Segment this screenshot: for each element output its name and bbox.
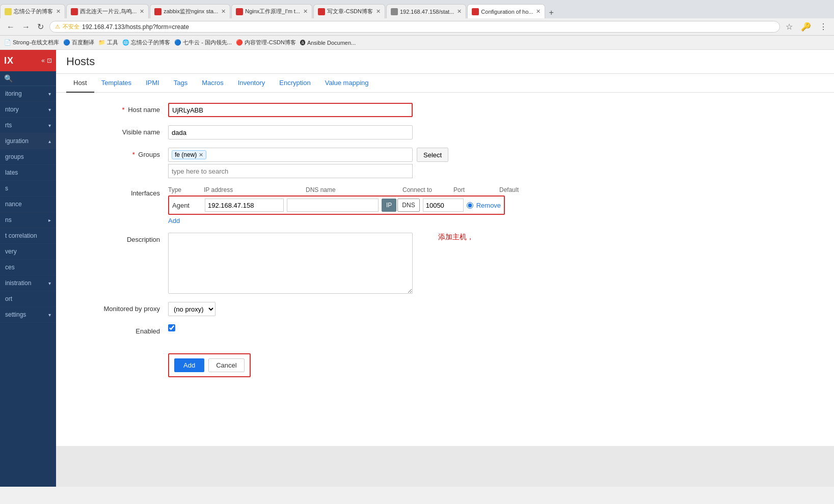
app-container: IX « ⊡ 🔍 itoring ▾ ntory ▾ rts ▾ igurati… <box>0 50 834 487</box>
form-actions-row: Add Cancel <box>76 343 814 377</box>
tab-6[interactable]: 192.168.47.158/stat... ✕ <box>386 4 466 18</box>
description-textarea[interactable] <box>168 233 413 294</box>
tab-2-close[interactable]: ✕ <box>137 8 144 15</box>
interface-default-radio-1[interactable] <box>467 202 473 209</box>
bookmark-tools[interactable]: 📁 工具 <box>98 39 118 46</box>
interfaces-row: Interfaces Type IP address DNS name Conn… <box>76 186 814 225</box>
host-name-input[interactable] <box>168 103 413 117</box>
interface-port-input-1[interactable] <box>423 199 464 212</box>
sidebar-item-templates[interactable]: lates <box>0 165 56 181</box>
sidebar-label-export: ort <box>5 295 51 302</box>
sidebar-label-groups: groups <box>5 153 51 160</box>
sidebar-item-administration[interactable]: inistration ▾ <box>0 275 56 291</box>
bookmark-csdn[interactable]: 🔴 内容管理-CSDN博客 <box>236 39 296 46</box>
form-actions-spacer <box>76 343 168 346</box>
bookmark-ansible[interactable]: 🅐 Ansible Documen... <box>300 40 356 46</box>
sidebar-item-actions[interactable]: ns ▸ <box>0 212 56 228</box>
enabled-field <box>168 324 814 333</box>
bookmark-star-button[interactable]: ☆ <box>783 21 795 33</box>
tab-4-close[interactable]: ✕ <box>300 8 308 15</box>
tab-macros[interactable]: Macros <box>195 74 231 93</box>
forward-button[interactable]: → <box>19 21 33 33</box>
connect-dns-button[interactable]: DNS <box>397 199 419 212</box>
interfaces-default-header: Default <box>499 186 540 193</box>
interface-remove-text-1[interactable]: Remove <box>476 202 501 209</box>
main-content: Hosts Host Templates IPMI Tags Macros In… <box>56 50 834 487</box>
tab-7[interactable]: Configuration of ho... ✕ <box>467 4 545 18</box>
sidebar-label-settings: settings <box>5 311 48 318</box>
cancel-button[interactable]: Cancel <box>208 358 244 372</box>
bookmark-blog[interactable]: 🌐 忘情公子的博客 <box>122 39 170 46</box>
groups-tag-row[interactable]: fe (new) ✕ <box>168 148 413 162</box>
tab-5-close[interactable]: ✕ <box>373 8 381 15</box>
host-name-label: * Host name <box>76 103 168 114</box>
tab-6-close[interactable]: ✕ <box>454 8 462 15</box>
proxy-select[interactable]: (no proxy) <box>168 302 216 316</box>
add-button[interactable]: Add <box>174 358 204 372</box>
group-tag-remove[interactable]: ✕ <box>199 152 203 158</box>
reload-button[interactable]: ↻ <box>35 21 46 33</box>
tab-1-text: 忘情公子的博客 <box>14 8 53 15</box>
sidebar-item-discovery[interactable]: very <box>0 244 56 260</box>
tab-7-favicon <box>472 8 479 15</box>
sidebar: IX « ⊡ 🔍 itoring ▾ ntory ▾ rts ▾ igurati… <box>0 50 56 487</box>
sidebar-item-groups[interactable]: groups <box>0 149 56 165</box>
collapse-icon[interactable]: « <box>41 57 45 64</box>
add-interface-link[interactable]: Add <box>168 217 180 225</box>
sidebar-item-maintenance[interactable]: nance <box>0 197 56 212</box>
tab-1[interactable]: 忘情公子的博客 ✕ <box>0 4 65 18</box>
new-tab-button[interactable]: + <box>546 7 556 18</box>
proxy-row: Monitored by proxy (no proxy) <box>76 302 814 316</box>
group-tag-text: fe (new) <box>175 151 197 158</box>
description-row: Description 添加主机， <box>76 233 814 294</box>
omnibar: ← → ↻ ⚠ 不安全 192.168.47.133/hosts.php?for… <box>0 18 834 36</box>
tab-2[interactable]: 西北连天一片云,鸟鸣... ✕ <box>66 4 149 18</box>
back-button[interactable]: ← <box>4 21 17 33</box>
connect-ip-button[interactable]: IP <box>382 199 396 212</box>
tab-tags[interactable]: Tags <box>167 74 195 93</box>
sidebar-item-services[interactable]: ces <box>0 260 56 275</box>
bookmarks-bar: 📄 Strong-在线文档库 🔵 百度翻译 📁 工具 🌐 忘情公子的博客 🔵 七… <box>0 36 834 50</box>
sidebar-item-configuration[interactable]: iguration ▴ <box>0 133 56 149</box>
sidebar-item-settings[interactable]: settings ▾ <box>0 307 56 323</box>
groups-search-input[interactable] <box>168 164 413 178</box>
interfaces-dns-header: DNS name <box>306 186 402 193</box>
sidebar-item-hosts[interactable]: s <box>0 181 56 197</box>
tab-3[interactable]: zabbix监控nginx sta... ✕ <box>150 4 230 18</box>
visible-name-input[interactable] <box>168 125 413 139</box>
tab-5[interactable]: 写文章-CSDN博客 ✕ <box>313 4 385 18</box>
sidebar-item-export[interactable]: ort <box>0 291 56 307</box>
bookmark-baidu[interactable]: 🔵 百度翻译 <box>63 39 94 46</box>
interface-dns-input-1[interactable] <box>287 199 379 212</box>
connect-buttons-1: IP DNS <box>382 199 420 212</box>
tab-3-close[interactable]: ✕ <box>218 8 226 15</box>
search-icon[interactable]: 🔍 <box>4 74 13 82</box>
tab-1-close[interactable]: ✕ <box>53 8 61 15</box>
tab-templates[interactable]: Templates <box>94 74 139 93</box>
sidebar-arrow-settings: ▾ <box>48 312 51 318</box>
interfaces-ip-header: IP address <box>204 186 306 193</box>
tab-value-mapping[interactable]: Value mapping <box>318 74 376 93</box>
enabled-checkbox[interactable] <box>168 324 175 331</box>
fullscreen-icon[interactable]: ⊡ <box>47 57 52 64</box>
tab-ipmi[interactable]: IPMI <box>139 74 167 93</box>
tab-host[interactable]: Host <box>66 74 94 93</box>
url-bar[interactable]: ⚠ 不安全 192.168.47.133/hosts.php?form=crea… <box>49 21 780 33</box>
sidebar-search-area[interactable]: 🔍 <box>0 71 56 86</box>
tab-4[interactable]: Nginx工作原理_I'm t... ✕ <box>231 4 312 18</box>
interface-ip-input-1[interactable] <box>205 199 284 212</box>
sidebar-item-correlation[interactable]: t correlation <box>0 228 56 244</box>
groups-select-button[interactable]: Select <box>417 148 448 162</box>
tab-7-close[interactable]: ✕ <box>533 8 541 15</box>
extensions-button[interactable]: 🔑 <box>798 21 814 33</box>
bookmark-strong[interactable]: 📄 Strong-在线文档库 <box>4 39 59 46</box>
sidebar-item-inventory[interactable]: ntory ▾ <box>0 102 56 118</box>
sidebar-item-reports[interactable]: rts ▾ <box>0 118 56 133</box>
groups-label: * Groups <box>76 148 168 158</box>
bookmark-qiniu[interactable]: 🔵 七牛云 - 国内领先... <box>174 39 232 46</box>
menu-button[interactable]: ⋮ <box>817 21 830 33</box>
tab-inventory[interactable]: Inventory <box>231 74 272 93</box>
logo-text: IX <box>4 55 14 66</box>
tab-encryption[interactable]: Encryption <box>272 74 317 93</box>
sidebar-item-monitoring[interactable]: itoring ▾ <box>0 86 56 102</box>
